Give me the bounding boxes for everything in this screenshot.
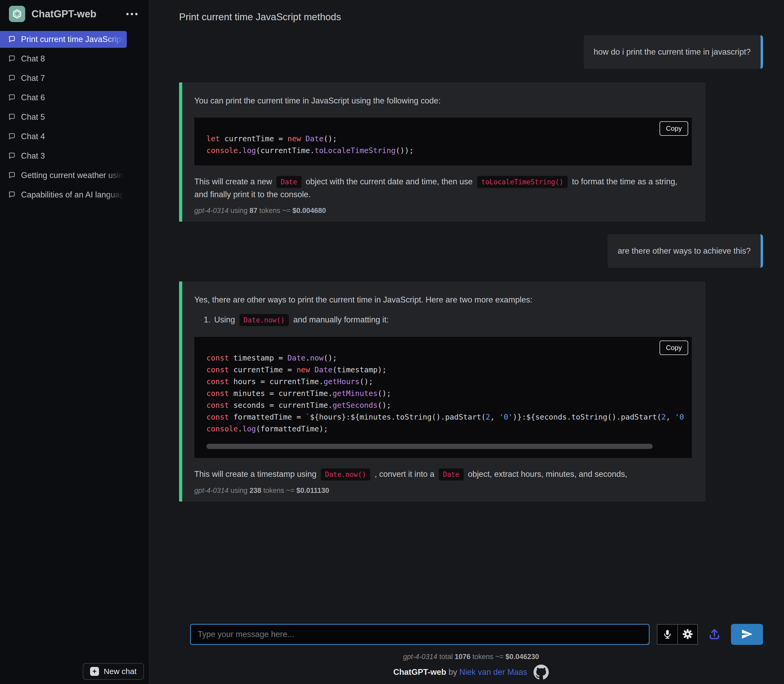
text-run: using (229, 206, 250, 215)
sidebar: ChatGPT-web Print current time JavaScrip… (0, 0, 150, 684)
code-token: const (206, 401, 234, 410)
assistant-paragraph: This will create a timestamp using Date.… (194, 468, 692, 481)
code-token: . (238, 146, 242, 155)
code-token: const (206, 413, 234, 421)
bold-value: $0.004680 (292, 206, 326, 215)
sidebar-item-label: Chat 5 (21, 112, 127, 122)
token-usage: gpt-4-0314 using 87 tokens ~= $0.004680 (194, 206, 692, 215)
author-link[interactable]: Niek van der Maas (460, 668, 527, 677)
plus-icon: + (90, 667, 99, 676)
bold-value: 238 (249, 487, 261, 494)
code-token: console (206, 424, 238, 433)
text-run: , convert it into a (372, 469, 437, 479)
code-token: Date (315, 366, 333, 374)
sidebar-item-4[interactable]: Chat 5 (0, 109, 127, 126)
sidebar-item-label: Getting current weather using Ja (21, 171, 127, 180)
text-run: tokens ~= (261, 487, 297, 494)
code-token: const (206, 377, 234, 386)
code-token: , (666, 413, 675, 421)
text-run: This will create a new (194, 177, 274, 186)
sidebar-item-5[interactable]: Chat 4 (0, 128, 127, 145)
code-token: timestamp = (234, 354, 287, 362)
send-button[interactable] (731, 624, 763, 645)
code-token: (); (360, 377, 373, 386)
horizontal-scrollbar[interactable] (206, 444, 653, 449)
code-token: new (287, 134, 306, 143)
code-block: Copyconst timestamp = Date.now();const c… (194, 337, 692, 458)
code-token: hours = currentTime. (234, 377, 323, 386)
chat-bubble-icon (8, 74, 16, 82)
code-token: (); (377, 401, 391, 410)
inline-code: Date.now() (321, 468, 371, 481)
sidebar-item-0[interactable]: Print current time JavaScript me (0, 31, 127, 48)
bold-value: 87 (249, 206, 257, 215)
text-run: using (229, 487, 250, 494)
code-token: Date (287, 354, 306, 362)
code-line: const hours = currentTime.getHours(); (206, 376, 680, 387)
upload-icon (708, 628, 721, 642)
assistant-paragraph: Yes, there are other ways to print the c… (194, 294, 692, 306)
sidebar-item-8[interactable]: Capabilities of an AI language m (0, 186, 127, 203)
copy-button[interactable]: Copy (660, 340, 688, 355)
code-token: currentTime = (224, 134, 287, 143)
code-token: formattedTime = (234, 413, 306, 421)
chat-bubble-icon (8, 35, 16, 44)
sidebar-item-label: Chat 7 (21, 74, 127, 83)
microphone-button[interactable] (657, 625, 678, 644)
sidebar-item-2[interactable]: Chat 7 (0, 70, 127, 87)
sidebar-item-7[interactable]: Getting current weather using Ja (0, 167, 127, 184)
code-token: . (238, 424, 242, 433)
text-run: object, extract hours, minutes, and seco… (466, 469, 627, 479)
model-name: gpt-4-0314 (194, 206, 229, 215)
code-token: (currentTime. (256, 146, 315, 155)
text-run: total (437, 653, 455, 661)
chat-transcript: how do i print the current time in javas… (179, 23, 763, 502)
code-token: console (206, 146, 238, 155)
code-token: (timestamp); (332, 366, 387, 374)
message-input[interactable] (190, 624, 650, 645)
code-token: (); (323, 134, 337, 143)
code-line: console.log(currentTime.toLocaleTimeStri… (206, 145, 680, 156)
sidebar-item-label: Print current time JavaScript me (21, 35, 127, 44)
ordered-list-item: 1.Using Date.now() and manually formatti… (204, 313, 692, 326)
text-run: tokens ~= (471, 653, 506, 661)
copy-button[interactable]: Copy (660, 121, 688, 136)
ellipsis-menu-icon[interactable] (124, 10, 140, 18)
openai-logo-icon (9, 6, 25, 22)
upload-button[interactable] (708, 628, 721, 642)
code-token: currentTime = (234, 366, 297, 374)
send-plane-icon (741, 628, 753, 641)
code-token: ` (306, 413, 310, 421)
composer (190, 624, 763, 645)
gear-icon (682, 629, 693, 640)
sidebar-item-3[interactable]: Chat 6 (0, 89, 127, 106)
bold-value: $0.011130 (297, 487, 329, 494)
code-block: Copylet currentTime = new Date();console… (194, 118, 692, 165)
new-chat-button[interactable]: + New chat (83, 663, 144, 680)
code-token: (formattedTime); (256, 424, 328, 433)
code-token: (); (323, 354, 337, 362)
chat-bubble-icon (8, 113, 16, 121)
github-icon[interactable] (534, 665, 549, 680)
text-run: and manually formatting it: (291, 315, 389, 324)
sidebar-header: ChatGPT-web (0, 6, 149, 22)
sidebar-item-6[interactable]: Chat 3 (0, 148, 127, 165)
inline-code: toLocaleTimeString() (477, 176, 568, 188)
footer-credit: ChatGPT-web by Niek van der Maas (179, 665, 763, 680)
code-token: Date (306, 134, 324, 143)
sidebar-item-1[interactable]: Chat 8 (0, 50, 127, 67)
user-message: are there other ways to achieve this? (608, 234, 763, 268)
code-token: const (206, 366, 234, 374)
code-line: let currentTime = new Date(); (206, 133, 680, 145)
code-line: const seconds = currentTime.getSeconds()… (206, 399, 680, 411)
text-run: You can print the current time in JavaSc… (194, 96, 440, 105)
assistant-paragraph: This will create a new Date object with … (194, 176, 692, 201)
assistant-paragraph: You can print the current time in JavaSc… (194, 95, 692, 107)
model-name: gpt-4-0314 (403, 653, 437, 661)
user-message: how do i print the current time in javas… (584, 35, 763, 69)
inline-code: Date (439, 468, 464, 481)
text-run: This will create a timestamp using (194, 469, 319, 479)
code-token: log (242, 424, 256, 433)
new-chat-label: New chat (104, 667, 137, 676)
settings-button[interactable] (678, 625, 697, 644)
